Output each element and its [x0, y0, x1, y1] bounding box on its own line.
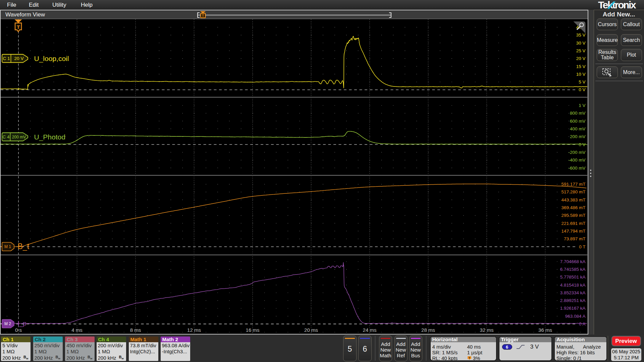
svg-text:12 ms: 12 ms [187, 327, 201, 333]
svg-text:600 mV: 600 mV [570, 118, 586, 123]
svg-text:369.486 mT: 369.486 mT [561, 205, 585, 210]
svg-text:T: T [468, 356, 470, 359]
svg-text:U_Photod: U_Photod [34, 133, 65, 141]
svg-text:T: T [17, 24, 20, 29]
svg-text:3.852334 kA: 3.852334 kA [560, 290, 586, 295]
svg-text:4 ms: 4 ms [71, 327, 83, 333]
svg-text:295.589 mT: 295.589 mT [561, 213, 585, 218]
svg-text:7.704668 kA: 7.704668 kA [560, 259, 586, 264]
svg-text:B_t: B_t [18, 242, 30, 250]
svg-text:5 V: 5 V [579, 79, 585, 84]
svg-text:20 V: 20 V [14, 56, 24, 61]
svg-text:517.280 mT: 517.280 mT [561, 189, 585, 194]
svg-text:4.815418 kA: 4.815418 kA [560, 282, 586, 287]
svg-text:0 T: 0 T [579, 244, 585, 249]
svg-text:U_loop,coil: U_loop,coil [34, 55, 69, 63]
svg-text:T: T [202, 14, 204, 18]
svg-text:Tektronix: Tektronix [598, 0, 636, 10]
svg-text:I_p: I_p [18, 319, 26, 327]
svg-text:0 A: 0 A [579, 321, 586, 326]
svg-text:400 mV: 400 mV [570, 126, 586, 131]
svg-text:16 ms: 16 ms [246, 327, 260, 333]
svg-text:M 2: M 2 [4, 321, 11, 326]
svg-text:0 V: 0 V [579, 142, 585, 147]
svg-text:200 mV: 200 mV [12, 135, 26, 139]
svg-text:591.177 mT: 591.177 mT [561, 182, 585, 187]
svg-text:-400 mV: -400 mV [568, 158, 585, 163]
svg-text:221.691 mT: 221.691 mT [561, 221, 585, 226]
svg-text:25 V: 25 V [576, 48, 586, 53]
svg-text:200 mV: 200 mV [570, 134, 586, 139]
svg-text:0 V: 0 V [579, 87, 585, 92]
svg-text:963.084 A: 963.084 A [565, 313, 586, 318]
svg-text:6.741585 kA: 6.741585 kA [560, 267, 586, 272]
svg-text:28 ms: 28 ms [421, 327, 435, 333]
svg-text:15 V: 15 V [576, 64, 586, 69]
svg-text:800 mV: 800 mV [570, 111, 586, 116]
svg-text:C 4: C 4 [2, 134, 10, 139]
svg-text:32 ms: 32 ms [480, 327, 494, 333]
svg-text:36 ms: 36 ms [538, 327, 552, 333]
svg-text:30 V: 30 V [576, 40, 586, 45]
svg-text:2.889251 kA: 2.889251 kA [560, 298, 586, 303]
svg-text:-600 mV: -600 mV [568, 165, 585, 170]
svg-text:20 V: 20 V [576, 56, 586, 61]
svg-text:M 1: M 1 [4, 244, 11, 249]
svg-text:20 ms: 20 ms [304, 327, 318, 333]
svg-text:443.383 mT: 443.383 mT [561, 197, 585, 202]
svg-text:24 ms: 24 ms [363, 327, 377, 333]
svg-text:1.926167 kA: 1.926167 kA [560, 306, 586, 311]
svg-text:8 ms: 8 ms [130, 327, 141, 333]
svg-text:5.778501 kA: 5.778501 kA [560, 275, 586, 280]
svg-text:1 V: 1 V [579, 103, 585, 108]
svg-text:10 V: 10 V [576, 71, 586, 76]
svg-text:73.897 mT: 73.897 mT [564, 236, 586, 241]
svg-text:0 s: 0 s [15, 327, 22, 333]
svg-text:-200 mV: -200 mV [568, 149, 585, 155]
svg-text:C 1: C 1 [3, 56, 10, 61]
svg-text:35 V: 35 V [576, 33, 586, 38]
svg-text:147.794 mT: 147.794 mT [561, 228, 585, 233]
